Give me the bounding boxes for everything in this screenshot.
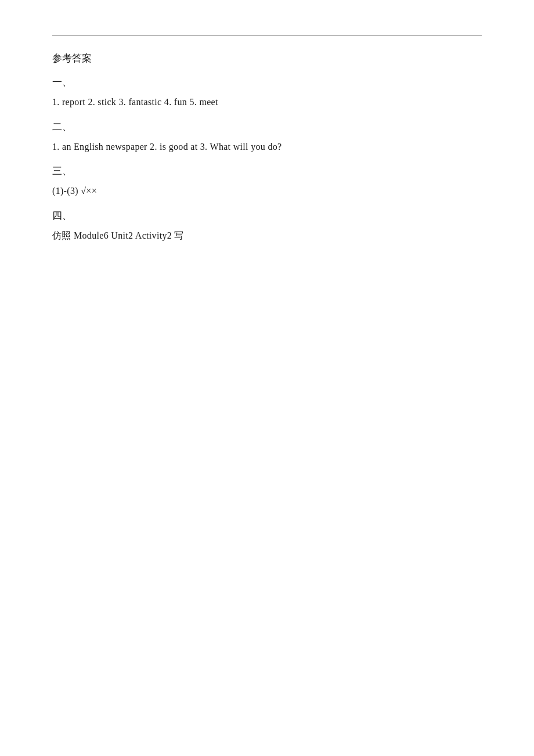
section-two-block: 二、 1. an English newspaper 2. is good at… xyxy=(52,120,482,154)
section-one-content: 1. report 2. stick 3. fantastic 4. fun 5… xyxy=(52,95,482,110)
section-one-block: 一、 1. report 2. stick 3. fantastic 4. fu… xyxy=(52,75,482,110)
section-three-header: 三、 xyxy=(52,164,482,178)
answer-title: 参考答案 xyxy=(52,52,482,65)
section-four-block: 四、 仿照 Module6 Unit2 Activity2 写 xyxy=(52,209,482,243)
top-divider xyxy=(52,35,482,35)
section-three-block: 三、 (1)-(3) √×× xyxy=(52,164,482,199)
answer-title-block: 参考答案 xyxy=(52,52,482,65)
section-two-header: 二、 xyxy=(52,120,482,134)
section-one-header: 一、 xyxy=(52,75,482,89)
section-four-content: 仿照 Module6 Unit2 Activity2 写 xyxy=(52,228,482,243)
section-two-content: 1. an English newspaper 2. is good at 3.… xyxy=(52,139,482,154)
page-container: 参考答案 一、 1. report 2. stick 3. fantastic … xyxy=(0,0,534,756)
section-four-header: 四、 xyxy=(52,209,482,222)
section-three-content: (1)-(3) √×× xyxy=(52,183,482,199)
